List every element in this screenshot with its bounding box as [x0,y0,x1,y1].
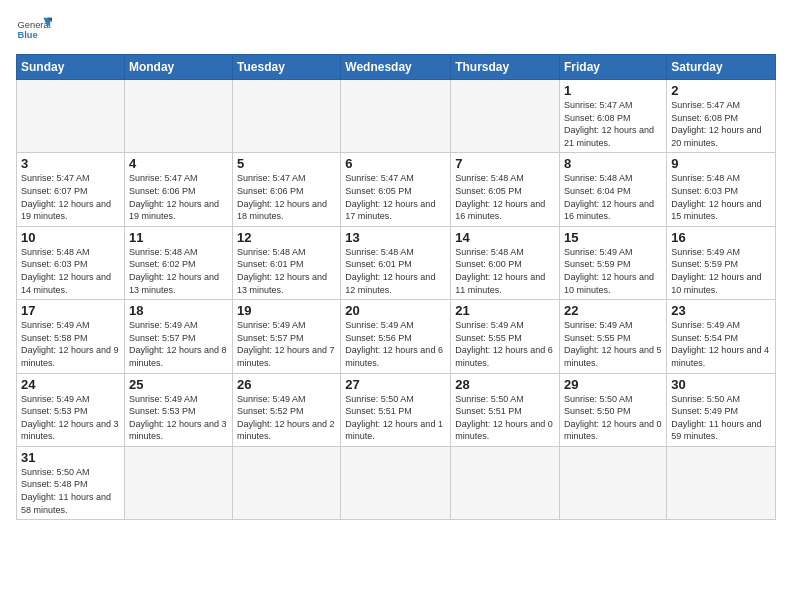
calendar-cell [233,446,341,519]
calendar-cell: 26Sunrise: 5:49 AM Sunset: 5:52 PM Dayli… [233,373,341,446]
calendar-cell: 27Sunrise: 5:50 AM Sunset: 5:51 PM Dayli… [341,373,451,446]
day-info: Sunrise: 5:47 AM Sunset: 6:05 PM Dayligh… [345,172,446,222]
day-number: 18 [129,303,228,318]
calendar-cell [451,80,560,153]
weekday-friday: Friday [560,55,667,80]
calendar-cell: 15Sunrise: 5:49 AM Sunset: 5:59 PM Dayli… [560,226,667,299]
calendar-week-3: 17Sunrise: 5:49 AM Sunset: 5:58 PM Dayli… [17,300,776,373]
day-number: 19 [237,303,336,318]
calendar-cell: 28Sunrise: 5:50 AM Sunset: 5:51 PM Dayli… [451,373,560,446]
calendar-cell: 13Sunrise: 5:48 AM Sunset: 6:01 PM Dayli… [341,226,451,299]
calendar-cell [124,446,232,519]
day-number: 8 [564,156,662,171]
weekday-sunday: Sunday [17,55,125,80]
day-number: 2 [671,83,771,98]
day-info: Sunrise: 5:49 AM Sunset: 5:56 PM Dayligh… [345,319,446,369]
calendar-cell: 31Sunrise: 5:50 AM Sunset: 5:48 PM Dayli… [17,446,125,519]
weekday-monday: Monday [124,55,232,80]
calendar-cell: 14Sunrise: 5:48 AM Sunset: 6:00 PM Dayli… [451,226,560,299]
day-number: 9 [671,156,771,171]
day-info: Sunrise: 5:49 AM Sunset: 5:52 PM Dayligh… [237,393,336,443]
day-number: 6 [345,156,446,171]
day-number: 27 [345,377,446,392]
day-number: 11 [129,230,228,245]
calendar-cell: 19Sunrise: 5:49 AM Sunset: 5:57 PM Dayli… [233,300,341,373]
calendar-cell: 6Sunrise: 5:47 AM Sunset: 6:05 PM Daylig… [341,153,451,226]
day-info: Sunrise: 5:49 AM Sunset: 5:54 PM Dayligh… [671,319,771,369]
day-number: 28 [455,377,555,392]
day-info: Sunrise: 5:49 AM Sunset: 5:55 PM Dayligh… [564,319,662,369]
svg-text:Blue: Blue [17,30,37,40]
weekday-tuesday: Tuesday [233,55,341,80]
calendar-week-2: 10Sunrise: 5:48 AM Sunset: 6:03 PM Dayli… [17,226,776,299]
calendar-week-1: 3Sunrise: 5:47 AM Sunset: 6:07 PM Daylig… [17,153,776,226]
calendar-cell: 16Sunrise: 5:49 AM Sunset: 5:59 PM Dayli… [667,226,776,299]
calendar-cell: 25Sunrise: 5:49 AM Sunset: 5:53 PM Dayli… [124,373,232,446]
weekday-saturday: Saturday [667,55,776,80]
day-info: Sunrise: 5:47 AM Sunset: 6:06 PM Dayligh… [129,172,228,222]
day-info: Sunrise: 5:49 AM Sunset: 5:55 PM Dayligh… [455,319,555,369]
day-number: 24 [21,377,120,392]
day-info: Sunrise: 5:50 AM Sunset: 5:50 PM Dayligh… [564,393,662,443]
calendar-week-0: 1Sunrise: 5:47 AM Sunset: 6:08 PM Daylig… [17,80,776,153]
day-info: Sunrise: 5:48 AM Sunset: 6:01 PM Dayligh… [345,246,446,296]
calendar-cell: 1Sunrise: 5:47 AM Sunset: 6:08 PM Daylig… [560,80,667,153]
calendar-table: SundayMondayTuesdayWednesdayThursdayFrid… [16,54,776,520]
calendar-cell [17,80,125,153]
day-number: 22 [564,303,662,318]
day-info: Sunrise: 5:49 AM Sunset: 5:59 PM Dayligh… [671,246,771,296]
day-info: Sunrise: 5:49 AM Sunset: 5:57 PM Dayligh… [237,319,336,369]
calendar-cell: 17Sunrise: 5:49 AM Sunset: 5:58 PM Dayli… [17,300,125,373]
page: General Blue SundayMondayTuesdayWednesda… [0,0,792,528]
calendar-cell [233,80,341,153]
day-info: Sunrise: 5:48 AM Sunset: 6:04 PM Dayligh… [564,172,662,222]
day-info: Sunrise: 5:50 AM Sunset: 5:49 PM Dayligh… [671,393,771,443]
day-number: 4 [129,156,228,171]
calendar-cell: 22Sunrise: 5:49 AM Sunset: 5:55 PM Dayli… [560,300,667,373]
day-info: Sunrise: 5:49 AM Sunset: 5:57 PM Dayligh… [129,319,228,369]
calendar-cell: 5Sunrise: 5:47 AM Sunset: 6:06 PM Daylig… [233,153,341,226]
day-number: 31 [21,450,120,465]
day-number: 7 [455,156,555,171]
calendar-cell: 12Sunrise: 5:48 AM Sunset: 6:01 PM Dayli… [233,226,341,299]
day-info: Sunrise: 5:47 AM Sunset: 6:08 PM Dayligh… [564,99,662,149]
calendar-cell [341,80,451,153]
day-info: Sunrise: 5:47 AM Sunset: 6:08 PM Dayligh… [671,99,771,149]
calendar-cell: 29Sunrise: 5:50 AM Sunset: 5:50 PM Dayli… [560,373,667,446]
day-info: Sunrise: 5:48 AM Sunset: 6:05 PM Dayligh… [455,172,555,222]
calendar-week-5: 31Sunrise: 5:50 AM Sunset: 5:48 PM Dayli… [17,446,776,519]
calendar-header: SundayMondayTuesdayWednesdayThursdayFrid… [17,55,776,80]
weekday-header-row: SundayMondayTuesdayWednesdayThursdayFrid… [17,55,776,80]
calendar-body: 1Sunrise: 5:47 AM Sunset: 6:08 PM Daylig… [17,80,776,520]
calendar-cell: 18Sunrise: 5:49 AM Sunset: 5:57 PM Dayli… [124,300,232,373]
day-info: Sunrise: 5:48 AM Sunset: 6:03 PM Dayligh… [21,246,120,296]
calendar-cell: 2Sunrise: 5:47 AM Sunset: 6:08 PM Daylig… [667,80,776,153]
calendar-cell: 3Sunrise: 5:47 AM Sunset: 6:07 PM Daylig… [17,153,125,226]
day-info: Sunrise: 5:50 AM Sunset: 5:51 PM Dayligh… [455,393,555,443]
calendar-cell: 11Sunrise: 5:48 AM Sunset: 6:02 PM Dayli… [124,226,232,299]
day-info: Sunrise: 5:48 AM Sunset: 6:00 PM Dayligh… [455,246,555,296]
calendar-cell [124,80,232,153]
day-number: 15 [564,230,662,245]
day-number: 5 [237,156,336,171]
calendar-cell: 10Sunrise: 5:48 AM Sunset: 6:03 PM Dayli… [17,226,125,299]
calendar-week-4: 24Sunrise: 5:49 AM Sunset: 5:53 PM Dayli… [17,373,776,446]
day-number: 29 [564,377,662,392]
calendar-cell [341,446,451,519]
day-number: 13 [345,230,446,245]
weekday-wednesday: Wednesday [341,55,451,80]
calendar-cell: 9Sunrise: 5:48 AM Sunset: 6:03 PM Daylig… [667,153,776,226]
calendar-cell: 24Sunrise: 5:49 AM Sunset: 5:53 PM Dayli… [17,373,125,446]
day-number: 12 [237,230,336,245]
day-number: 21 [455,303,555,318]
day-number: 17 [21,303,120,318]
calendar-cell: 8Sunrise: 5:48 AM Sunset: 6:04 PM Daylig… [560,153,667,226]
calendar-cell: 21Sunrise: 5:49 AM Sunset: 5:55 PM Dayli… [451,300,560,373]
day-info: Sunrise: 5:50 AM Sunset: 5:51 PM Dayligh… [345,393,446,443]
day-number: 10 [21,230,120,245]
day-info: Sunrise: 5:49 AM Sunset: 5:53 PM Dayligh… [21,393,120,443]
day-info: Sunrise: 5:49 AM Sunset: 5:59 PM Dayligh… [564,246,662,296]
day-number: 23 [671,303,771,318]
calendar-cell: 7Sunrise: 5:48 AM Sunset: 6:05 PM Daylig… [451,153,560,226]
weekday-thursday: Thursday [451,55,560,80]
